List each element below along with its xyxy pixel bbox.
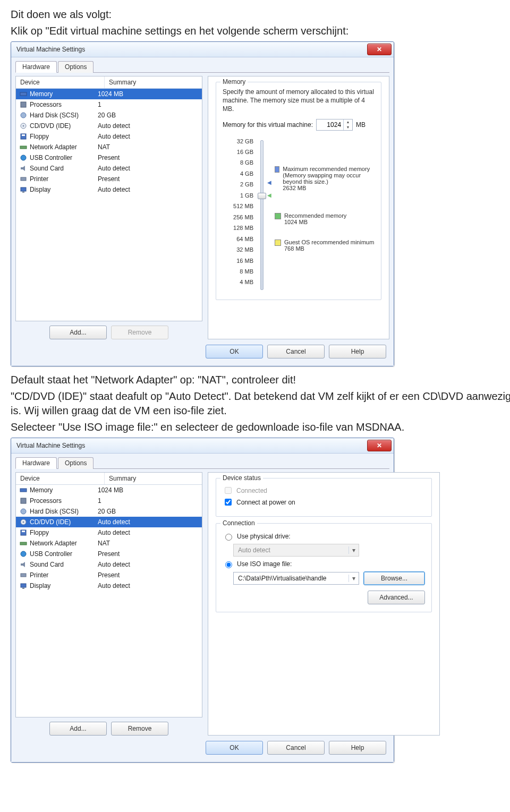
browse-button[interactable]: Browse... [363,571,425,585]
memory-icon [19,90,28,98]
svg-point-21 [21,551,26,557]
device-table: Device Summary Memory1024 MB Processors1… [15,472,202,717]
svg-rect-25 [22,588,24,589]
connect-power-input[interactable] [225,499,232,506]
chevron-down-icon: ▾ [348,546,359,554]
use-iso-input[interactable] [225,561,232,568]
use-iso-radio[interactable]: Use ISO image file: [223,560,425,568]
device-status-title: Device status [220,474,263,482]
cancel-button[interactable]: Cancel [267,741,325,755]
printer-icon [19,175,28,183]
svg-rect-24 [21,584,26,587]
svg-marker-9 [21,166,25,171]
close-button[interactable]: ✕ [367,440,392,451]
table-row[interactable]: Floppy Auto detect [16,131,202,142]
add-button[interactable]: Add... [49,722,107,736]
col-summary[interactable]: Summary [105,473,202,484]
sound-icon [19,560,28,569]
sound-icon [19,164,28,173]
table-row[interactable]: Sound CardAuto detect [16,559,202,570]
svg-point-17 [23,522,24,523]
table-row[interactable]: Hard Disk (SCSI) 20 GB [16,110,202,121]
table-row[interactable]: CD/DVD (IDE) Auto detect [16,121,202,131]
memory-spin[interactable]: ▲▼ [316,119,353,131]
tab-hardware[interactable]: Hardware [15,61,57,73]
titlebar[interactable]: Virtual Machine Settings ✕ [11,438,394,454]
svg-point-15 [21,509,26,514]
use-physical-radio[interactable]: Use physical drive: [223,532,425,541]
legend-max-note: (Memory swapping may occur beyond this s… [283,172,375,185]
svg-rect-13 [20,489,27,492]
spin-arrows[interactable]: ▲▼ [343,119,352,130]
table-row[interactable]: Processors 1 [16,99,202,110]
titlebar[interactable]: Virtual Machine Settings ✕ [11,42,394,57]
table-row[interactable]: Network Adapter NAT [16,142,202,152]
square-icon [275,213,281,219]
svg-rect-10 [21,177,26,181]
table-row[interactable]: USB Controller Present [16,152,202,163]
svg-marker-22 [21,562,25,567]
usb-icon [19,550,28,558]
table-row[interactable]: Display Auto detect [16,184,202,195]
display-icon [19,185,28,194]
close-icon: ✕ [377,46,382,53]
cpu-icon [19,100,28,109]
table-row[interactable]: Memory1024 MB [16,485,202,495]
remove-button: Remove [111,326,168,339]
use-physical-input[interactable] [225,534,232,541]
table-row[interactable]: Network AdapterNAT [16,538,202,549]
iso-path-combo[interactable]: C:\Data\Pth\Virtualisatie\handle ▾ [233,572,359,585]
legend-min: Guest OS recommended minimum [284,239,374,245]
connect-power-checkbox[interactable]: Connect at power on [223,497,425,507]
floppy-icon [19,528,28,537]
tab-options[interactable]: Options [58,457,94,469]
col-device[interactable]: Device [16,76,105,88]
cancel-button[interactable]: Cancel [267,345,325,358]
tab-hardware[interactable]: Hardware [15,457,57,469]
close-button[interactable]: ✕ [367,44,392,55]
table-row[interactable]: Printer Present [16,174,202,184]
legend-max-val: 2632 MB [283,185,375,191]
memory-label: Memory for this virtual machine: [223,121,313,129]
table-row[interactable]: CD/DVD (IDE)Auto detect [16,517,202,527]
square-icon [275,166,279,173]
memory-slider[interactable]: ◀ ◀ [257,138,266,292]
tabs: Hardware Options [15,457,389,469]
chevron-down-icon[interactable]: ▾ [348,575,359,582]
table-row[interactable]: Sound Card Auto detect [16,163,202,174]
vm-settings-dialog-cdrom: Virtual Machine Settings ✕ Hardware Opti… [11,438,394,763]
table-row[interactable]: Processors1 [16,495,202,506]
dialog-title: Virtual Machine Settings [16,46,85,53]
col-summary[interactable]: Summary [105,76,202,88]
device-table: Device Summary Memory 1024 MB Processors… [15,76,202,321]
slider-thumb[interactable] [258,193,266,199]
table-row[interactable]: FloppyAuto detect [16,527,202,538]
ok-button[interactable]: OK [206,345,263,358]
svg-rect-14 [21,498,26,503]
square-icon [275,240,281,246]
slider-ticks: 32 GB16 GB 8 GB4 GB 2 GB1 GB 512 MB256 M… [223,138,253,286]
connected-input [225,487,232,494]
remove-button[interactable]: Remove [111,722,168,736]
add-button[interactable]: Add... [49,326,107,339]
svg-point-4 [23,125,24,127]
svg-rect-0 [20,92,27,96]
ok-button[interactable]: OK [206,741,263,755]
table-row[interactable]: Memory 1024 MB [16,89,202,99]
table-row[interactable]: PrinterPresent [16,570,202,580]
tab-options[interactable]: Options [58,61,94,73]
doc-p3: Default staat het "Network Adapter" op: … [11,373,510,387]
memory-input[interactable] [317,120,343,130]
table-row[interactable]: DisplayAuto detect [16,580,202,591]
col-device[interactable]: Device [16,473,105,484]
help-button[interactable]: Help [329,345,386,358]
table-row[interactable]: USB ControllerPresent [16,549,202,559]
memory-desc: Specify the amount of memory allocated t… [223,88,375,114]
cd-icon [19,122,28,130]
legend-max: Maximum recommended memory [283,166,375,172]
table-row[interactable]: Hard Disk (SCSI)20 GB [16,506,202,517]
svg-rect-23 [21,574,26,577]
connection-title: Connection [220,519,257,527]
help-button[interactable]: Help [329,741,386,755]
advanced-button[interactable]: Advanced... [368,591,425,604]
